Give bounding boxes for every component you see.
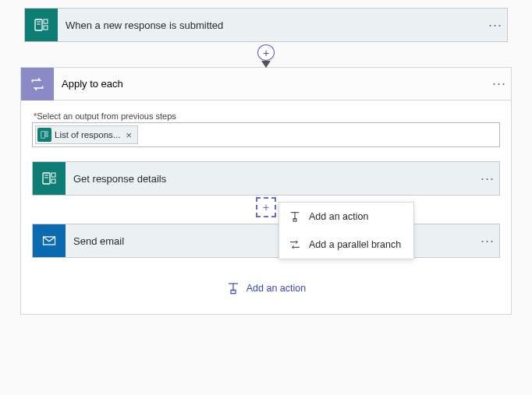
add-action-link[interactable]: Add an action	[226, 281, 306, 295]
arrow-down-icon	[261, 61, 271, 68]
svg-rect-11	[51, 173, 55, 177]
menu-add-parallel-label: Add a parallel branch	[309, 239, 401, 250]
forms-icon	[37, 128, 51, 142]
apply-to-each-title: Apply to each	[54, 78, 488, 90]
menu-add-action-label: Add an action	[309, 211, 368, 222]
insert-menu-popup: Add an action Add a parallel branch	[278, 202, 414, 259]
menu-add-parallel-branch[interactable]: Add a parallel branch	[279, 231, 413, 259]
token-remove-button[interactable]: ×	[123, 129, 134, 141]
step-title: Get response details	[66, 173, 476, 185]
forms-icon	[25, 9, 58, 41]
step-title: Send email	[66, 235, 476, 247]
insert-step-button[interactable]: +	[257, 44, 275, 61]
step-send-email[interactable]: Send email ···	[32, 224, 500, 258]
mail-icon	[33, 224, 66, 257]
svg-rect-15	[293, 219, 296, 221]
loop-icon	[21, 68, 54, 101]
trigger-title: When a new response is submitted	[58, 19, 484, 31]
flow-canvas: When a new response is submitted ··· + A…	[0, 8, 532, 315]
forms-icon	[33, 162, 66, 195]
step-more-button[interactable]: ···	[476, 233, 499, 249]
svg-rect-7	[46, 135, 48, 136]
add-action-icon	[226, 281, 240, 295]
apply-to-each-container: Apply to each ··· *Select an output from…	[20, 67, 512, 315]
insert-step-button-active[interactable]: +	[256, 197, 276, 217]
svg-rect-0	[35, 19, 42, 30]
svg-rect-5	[41, 132, 45, 138]
connector: + Add an action	[32, 196, 500, 224]
step-get-response-details[interactable]: Get response details ···	[32, 161, 500, 196]
svg-rect-12	[51, 179, 55, 183]
output-token-input[interactable]: List of respons... ×	[32, 122, 500, 147]
token-label: List of respons...	[55, 130, 120, 139]
output-field-label: *Select an output from previous steps	[34, 111, 176, 121]
apply-to-each-body: *Select an output from previous steps Li…	[21, 101, 511, 314]
svg-rect-3	[44, 19, 48, 23]
add-action-icon	[289, 210, 301, 223]
trigger-more-button[interactable]: ···	[484, 17, 507, 34]
svg-rect-8	[43, 173, 50, 184]
output-label-text: Select an output from previous steps	[37, 111, 176, 121]
step-more-button[interactable]: ···	[476, 171, 499, 187]
apply-to-each-more-button[interactable]: ···	[488, 76, 511, 92]
svg-rect-6	[46, 132, 48, 133]
parallel-branch-icon	[289, 238, 301, 251]
token-list-of-responses: List of respons... ×	[35, 125, 138, 144]
connector: +	[257, 42, 275, 67]
menu-add-action[interactable]: Add an action	[279, 203, 413, 231]
apply-to-each-header[interactable]: Apply to each ···	[21, 68, 511, 101]
trigger-card[interactable]: When a new response is submitted ···	[24, 8, 508, 42]
svg-rect-4	[44, 26, 48, 30]
add-action-label: Add an action	[246, 283, 306, 294]
